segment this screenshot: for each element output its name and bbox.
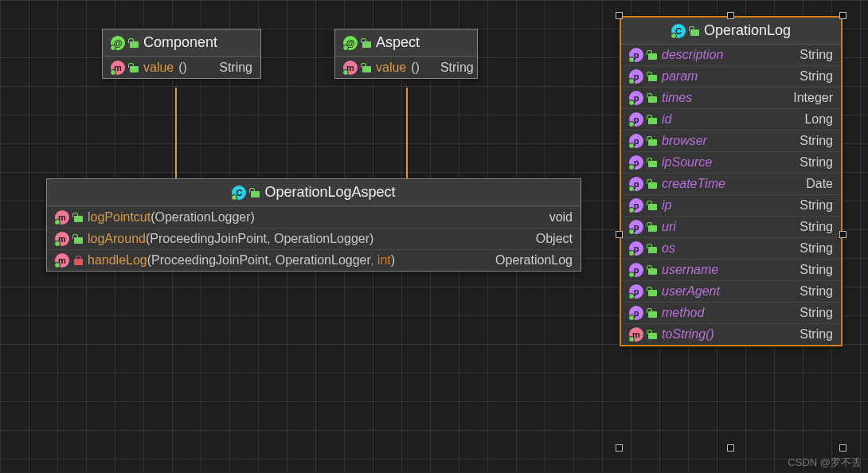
unlock-icon xyxy=(648,136,657,146)
property-icon: p xyxy=(629,91,643,105)
member-row[interactable]: puserAgentString xyxy=(621,280,841,302)
member-sig: (OperationLogger) xyxy=(151,210,255,224)
unlock-icon xyxy=(648,308,657,318)
member-name: os xyxy=(662,241,675,256)
member-row[interactable]: posString xyxy=(621,237,841,259)
member-type: String xyxy=(784,306,833,320)
member-type: String xyxy=(784,198,833,213)
member-name: id xyxy=(662,112,671,127)
unlock-icon xyxy=(74,234,83,244)
member-row[interactable]: pcreateTimeDate xyxy=(621,173,841,194)
member-type: String xyxy=(784,134,833,148)
unlock-icon xyxy=(648,72,657,81)
property-icon: p xyxy=(629,48,643,62)
member-row[interactable]: pparamString xyxy=(621,65,841,87)
member-sig: (ProceedingJoinPoint, OperationLogger) xyxy=(146,232,373,245)
member-row[interactable]: pmethodString xyxy=(621,302,841,323)
member-type: String xyxy=(784,241,833,256)
class-title: Component xyxy=(143,34,217,51)
unlock-icon xyxy=(648,287,657,296)
watermark: CSDN @罗不丢 xyxy=(788,455,862,470)
member-row[interactable]: puriString xyxy=(621,216,841,237)
member-row[interactable]: pipString xyxy=(621,194,841,216)
annotation-icon: @ xyxy=(111,36,125,50)
member-row[interactable]: pipSourceString xyxy=(621,151,841,173)
resize-handle[interactable] xyxy=(616,444,623,452)
member-name: description xyxy=(662,48,723,62)
resize-handle[interactable] xyxy=(839,231,846,238)
member-type: String xyxy=(784,284,833,299)
member-name: value xyxy=(376,61,406,75)
member-name: times xyxy=(662,91,692,105)
class-title: OperationLogAspect xyxy=(264,184,395,201)
unlock-icon xyxy=(648,265,657,275)
member-name: logPointcut xyxy=(88,210,151,224)
member-row[interactable]: ptimesInteger xyxy=(621,87,841,108)
member-row[interactable]: m value() String xyxy=(335,57,477,78)
class-box-component[interactable]: @ Component m value() String xyxy=(102,29,261,79)
unlock-icon xyxy=(648,158,657,167)
member-row[interactable]: mtoString()String xyxy=(621,323,841,345)
class-icon: C xyxy=(671,24,686,38)
member-name: browser xyxy=(662,134,707,148)
member-name: ip xyxy=(662,198,671,213)
member-name: createTime xyxy=(662,177,725,191)
unlock-icon xyxy=(362,63,371,72)
class-box-operationlog[interactable]: C OperationLog pdescriptionStringpparamS… xyxy=(620,16,843,346)
member-type: void xyxy=(534,210,573,225)
member-name: uri xyxy=(662,220,676,234)
resize-handle[interactable] xyxy=(727,444,734,452)
annotation-icon: @ xyxy=(343,36,358,50)
member-row[interactable]: pdescriptionString xyxy=(621,45,841,65)
member-type: Date xyxy=(790,177,833,191)
resize-handle[interactable] xyxy=(727,12,734,19)
member-row[interactable]: pbrowserString xyxy=(621,130,841,151)
property-icon: p xyxy=(629,69,643,84)
class-title: OperationLog xyxy=(704,22,791,39)
property-icon: p xyxy=(629,284,643,299)
property-icon: p xyxy=(629,155,643,170)
method-icon: m xyxy=(111,61,125,75)
member-row[interactable]: m logAround(ProceedingJoinPoint, Operati… xyxy=(47,228,581,249)
member-row[interactable]: pidLong xyxy=(621,108,841,130)
resize-handle[interactable] xyxy=(616,12,623,19)
connector-aspect-to-aspectclass xyxy=(406,88,408,179)
class-header: @ Component xyxy=(103,29,260,57)
member-type: String xyxy=(424,61,474,75)
member-type: String xyxy=(784,155,833,170)
resize-handle[interactable] xyxy=(616,231,623,238)
member-row[interactable]: m value() String xyxy=(103,57,260,78)
member-type: String xyxy=(784,69,833,84)
property-icon: p xyxy=(629,241,643,256)
member-type: String xyxy=(203,61,252,75)
class-title: Aspect xyxy=(376,34,420,51)
connector-component-to-aspectclass xyxy=(175,88,177,179)
class-box-aspect[interactable]: @ Aspect m value() String xyxy=(334,29,478,79)
unlock-icon xyxy=(362,38,371,48)
member-row[interactable]: m logPointcut(OperationLogger) void xyxy=(47,206,581,228)
member-row[interactable]: m handleLog(ProceedingJoinPoint, Operati… xyxy=(47,249,581,271)
member-type: String xyxy=(784,48,833,62)
unlock-icon xyxy=(130,63,139,72)
resize-handle[interactable] xyxy=(839,444,846,452)
member-type: String xyxy=(784,263,833,277)
class-box-operationlogaspect[interactable]: C OperationLogAspect m logPointcut(Opera… xyxy=(46,178,581,272)
member-sig: () xyxy=(178,61,187,75)
class-header: @ Aspect xyxy=(335,29,477,57)
property-icon: p xyxy=(629,134,643,148)
unlock-icon xyxy=(648,179,657,189)
member-name: logAround xyxy=(88,232,146,245)
member-type: Object xyxy=(520,232,573,246)
property-icon: p xyxy=(629,198,643,213)
member-name: handleLog xyxy=(88,253,147,267)
unlock-icon xyxy=(648,115,657,124)
unlock-icon xyxy=(648,330,657,339)
member-name: method xyxy=(662,306,704,320)
member-name: value xyxy=(143,61,174,75)
resize-handle[interactable] xyxy=(839,12,846,19)
unlock-icon xyxy=(74,213,83,222)
method-icon: m xyxy=(55,253,69,268)
member-row[interactable]: pusernameString xyxy=(621,259,841,280)
unlock-icon xyxy=(251,188,260,197)
member-sig-pre: (ProceedingJoinPoint, OperationLogger xyxy=(147,253,370,267)
